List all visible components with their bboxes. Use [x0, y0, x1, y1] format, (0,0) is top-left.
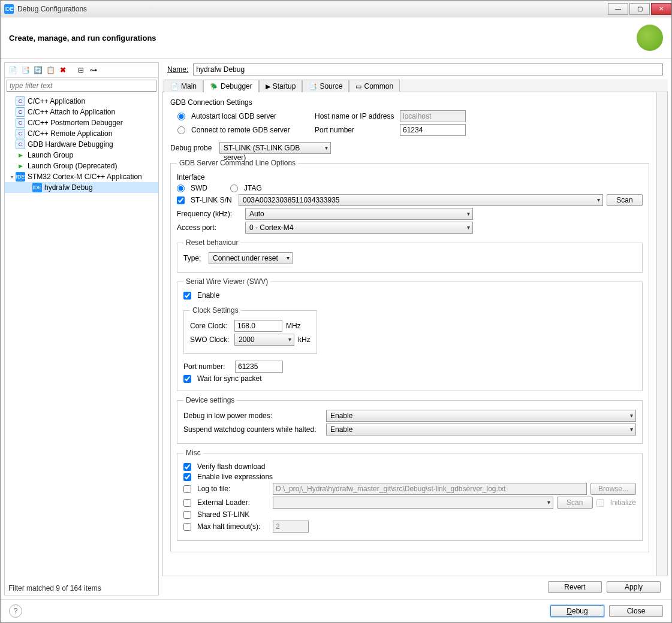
swo-clock-label: SWO Clock:	[190, 335, 231, 344]
max-halt-label: Max halt timeout(s):	[197, 522, 269, 531]
tab-startup[interactable]: ▶Startup	[259, 80, 303, 92]
help-icon[interactable]: ?	[9, 604, 22, 618]
tree-item[interactable]: IDEhydrafw Debug	[5, 182, 158, 193]
ext-loader-select	[273, 497, 553, 509]
access-port-label: Access port:	[177, 223, 242, 232]
dialog-title: Create, manage, and run configurations	[9, 34, 637, 43]
name-input[interactable]	[193, 63, 663, 75]
debug-button[interactable]: Debug	[550, 605, 604, 617]
collapse-all-icon[interactable]: ⊶	[88, 65, 99, 75]
max-halt-checkbox[interactable]	[183, 523, 191, 531]
debug-probe-label: Debug probe	[170, 144, 216, 152]
tab-main[interactable]: 📄Main	[164, 80, 203, 92]
watchdog-label: Suspend watchdog counters while halted:	[183, 425, 323, 434]
apply-button[interactable]: Apply	[607, 581, 661, 593]
swd-label: SWD	[191, 184, 227, 192]
misc-group: Misc Verify flash download Enable live e…	[177, 449, 643, 541]
window-title: Debug Configurations	[17, 5, 87, 13]
filter-input[interactable]	[7, 80, 156, 92]
scrollbar[interactable]	[656, 92, 667, 576]
tab-common[interactable]: ▭Common	[349, 80, 400, 92]
wait-sync-checkbox[interactable]	[183, 375, 191, 383]
left-pane: 📄 📑 🔄 📋 ✖ ⊟ ⊶ CC/C++ ApplicationCC/C++ A…	[4, 62, 159, 595]
duplicate-icon[interactable]: 📋	[45, 65, 56, 75]
interface-label: Interface	[177, 173, 643, 182]
clock-settings-group: Clock Settings Core Clock: MHz SWO Clock…	[183, 306, 317, 354]
log-checkbox[interactable]	[183, 485, 191, 493]
swo-clock-select[interactable]: 2000	[234, 334, 294, 346]
gdb-cmdline-group: GDB Server Command Line Options Interfac…	[170, 159, 649, 552]
sn-select[interactable]: 003A00323038511034333935	[239, 194, 603, 206]
lowpower-label: Debug in low power modes:	[183, 412, 323, 420]
core-clock-unit: MHz	[286, 322, 301, 330]
jtag-label: JTAG	[244, 184, 262, 192]
access-port-select[interactable]: 0 - Cortex-M4	[245, 222, 473, 234]
export-icon[interactable]: 🔄	[32, 65, 43, 75]
name-label: Name:	[167, 65, 188, 74]
tree-item[interactable]: ▶Launch Group (Deprecated)	[5, 161, 158, 171]
autostart-radio[interactable]	[177, 113, 185, 120]
revert-button[interactable]: Revert	[548, 581, 602, 593]
tree-item-label: Launch Group	[28, 151, 73, 159]
misc-legend: Misc	[183, 449, 203, 457]
freq-label: Frequency (kHz):	[177, 210, 242, 218]
minimize-button[interactable]: —	[608, 3, 628, 15]
tree-item[interactable]: CC/C++ Postmortem Debugger	[5, 117, 158, 128]
swv-group: Serial Wire Viewer (SWV) Enable Clock Se…	[177, 277, 643, 391]
swd-radio[interactable]	[177, 185, 185, 192]
browse-button: Browse...	[590, 483, 636, 495]
close-button[interactable]: Close	[609, 605, 663, 617]
tree-item[interactable]: CC/C++ Remote Application	[5, 128, 158, 139]
tab-debugger[interactable]: 🪲Debugger	[203, 80, 259, 92]
swv-enable-checkbox[interactable]	[183, 292, 191, 300]
close-window-button[interactable]: ✕	[651, 3, 671, 15]
scan-button[interactable]: Scan	[607, 194, 643, 206]
ext-loader-checkbox[interactable]	[183, 499, 191, 507]
new-config-icon[interactable]: 📄	[7, 65, 18, 75]
config-tree[interactable]: CC/C++ ApplicationCC/C++ Attach to Appli…	[5, 93, 158, 581]
delete-icon[interactable]: ✖	[58, 65, 68, 75]
tree-item-label: C/C++ Application	[28, 97, 85, 105]
port-input[interactable]	[400, 124, 466, 136]
new-prototype-icon[interactable]: 📑	[20, 65, 31, 75]
reset-group: Reset behaviour Type: Connect under rese…	[177, 238, 643, 273]
tree-item[interactable]: CC/C++ Application	[5, 96, 158, 107]
clock-legend: Clock Settings	[190, 306, 241, 314]
tab-bar: 📄Main🪲Debugger▶Startup📑Source▭Common	[162, 79, 668, 92]
sn-checkbox[interactable]	[177, 196, 185, 204]
tree-item-label: C/C++ Attach to Application	[28, 108, 115, 116]
tree-item[interactable]: CGDB Hardware Debugging	[5, 139, 158, 150]
tree-item-label: C/C++ Remote Application	[28, 129, 112, 138]
swv-port-input[interactable]	[235, 361, 283, 373]
ide-icon: IDE	[32, 183, 42, 192]
live-checkbox[interactable]	[183, 473, 191, 481]
right-pane: Name: 📄Main🪲Debugger▶Startup📑Source▭Comm…	[162, 62, 668, 595]
log-label: Log to file:	[197, 485, 269, 493]
gdb-connection-title: GDB Connection Settings	[170, 98, 649, 107]
lowpower-select[interactable]: Enable	[326, 410, 636, 422]
verify-checkbox[interactable]	[183, 463, 191, 471]
debug-probe-select[interactable]: ST-LINK (ST-LINK GDB server)	[219, 142, 331, 154]
tab-icon: 🪲	[210, 83, 218, 90]
c-app-icon: C	[16, 96, 25, 106]
tree-item[interactable]: CC/C++ Attach to Application	[5, 107, 158, 117]
tree-item-label: GDB Hardware Debugging	[28, 140, 113, 149]
connect-remote-radio[interactable]	[177, 126, 185, 134]
tree-item-label: STM32 Cortex-M C/C++ Application	[28, 173, 142, 181]
autostart-label: Autostart local GDB server	[191, 112, 311, 120]
watchdog-select[interactable]: Enable	[326, 424, 636, 436]
swv-legend: Serial Wire Viewer (SWV)	[183, 277, 270, 286]
reset-type-select[interactable]: Connect under reset	[209, 252, 293, 264]
initialize-checkbox	[596, 499, 604, 507]
freq-select[interactable]: Auto	[245, 208, 473, 220]
maximize-button[interactable]: ▢	[629, 3, 650, 15]
tree-item[interactable]: ▶Launch Group	[5, 150, 158, 161]
left-toolbar: 📄 📑 🔄 📋 ✖ ⊟ ⊶	[5, 63, 158, 78]
core-clock-input[interactable]	[234, 320, 282, 332]
tree-item[interactable]: ▾IDESTM32 Cortex-M C/C++ Application	[5, 171, 158, 182]
sn-label: ST-LINK S/N	[191, 196, 235, 204]
expand-all-icon[interactable]: ⊟	[76, 65, 86, 75]
shared-stlink-checkbox[interactable]	[183, 511, 191, 519]
tab-source[interactable]: 📑Source	[302, 80, 349, 92]
jtag-radio[interactable]	[230, 185, 238, 192]
